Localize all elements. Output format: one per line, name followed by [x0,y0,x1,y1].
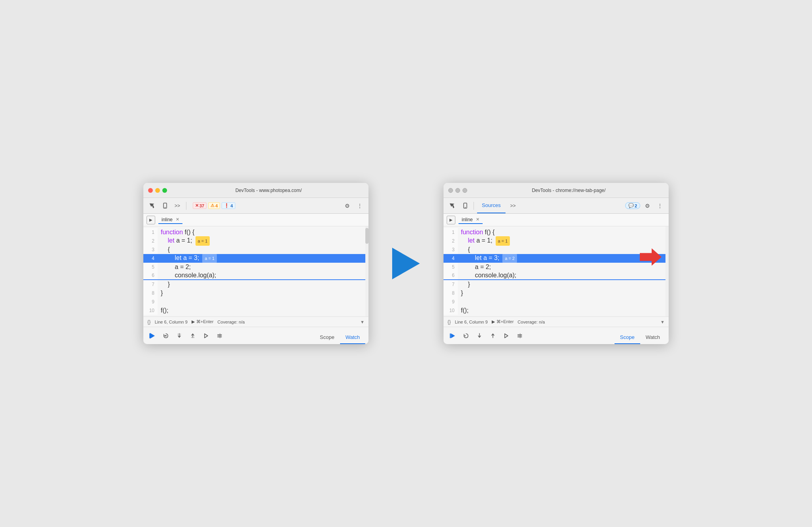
left-debug-bar: Scope Watch [143,327,368,344]
step-into-button[interactable] [173,330,185,342]
right-mobile-icon[interactable] [459,200,470,211]
left-scrollbar[interactable] [365,226,368,316]
resume-button[interactable] [147,330,158,342]
right-code-line-9: 9 [444,297,665,306]
left-line-col: Line 6, Column 9 [155,320,188,324]
transition-arrow [392,248,420,279]
maximize-button[interactable] [162,188,167,193]
toolbar-separator-1 [186,202,186,210]
right-play-pause-button[interactable]: ▶ [447,216,455,224]
right-maximize-button[interactable] [462,188,467,193]
right-inline-tab-close[interactable]: ✕ [476,217,479,222]
left-toolbar-right: ⚙ ⋮ [342,200,365,211]
code-line-9: 9 [143,297,365,306]
mobile-icon[interactable] [159,200,170,211]
svg-point-1 [165,207,165,208]
step-out-button[interactable] [187,330,199,342]
code-line-7: 7 } [143,280,365,289]
right-window-title: DevTools - chrome://new-tab-page/ [474,188,664,193]
right-inline-val-4: a = 2 [502,254,517,263]
left-inline-tab-close[interactable]: ✕ [176,217,179,222]
error-icon: ✕ [195,203,199,208]
inline-val-2: a = 1 [195,236,210,246]
right-inline-tab[interactable]: inline ✕ [459,216,483,224]
svg-marker-19 [451,333,455,338]
right-more-options-icon[interactable]: ⋮ [654,200,665,211]
code-line-2: 2 let a = 1;a = 1 [143,237,365,245]
right-deactivate-button[interactable] [514,330,526,342]
right-inline-tab-label: inline [462,217,473,222]
right-step-out-button[interactable] [487,330,499,342]
right-step-into-button[interactable] [474,330,485,342]
left-status-dropdown[interactable]: ▼ [360,320,365,324]
close-button[interactable] [148,188,153,193]
left-inline-tab[interactable]: inline ✕ [158,216,182,224]
warning-icon: ⚠ [211,203,214,208]
svg-rect-20 [450,333,451,338]
right-toolbar-sep [474,202,474,210]
right-title-bar: DevTools - chrome://new-tab-page/ [444,183,669,198]
right-code-editor[interactable]: 1 function f() { 2 let a = 1;a = 1 3 { 4… [444,226,665,316]
info-badge[interactable]: ❗ 4 [222,202,235,209]
format-icon[interactable]: {} [147,319,151,325]
right-more-tabs[interactable]: >> [507,203,519,209]
right-minimize-button[interactable] [455,188,460,193]
error-badge[interactable]: ✕ 37 [193,202,207,209]
inline-val-4: a = 1 [202,254,217,263]
right-code-line-7: 7 } [444,280,665,289]
right-watch-tab[interactable]: Watch [640,331,665,344]
left-devtools-window: DevTools - www.photopea.com/ >> ✕ 37 ⚠ 4 [143,183,368,344]
right-code-line-6: 6 console.log(a); [444,271,665,280]
right-devtools-toolbar: Sources >> 💬 2 ⚙ ⋮ [444,198,669,214]
left-devtools-toolbar: >> ✕ 37 ⚠ 4 ❗ 4 ⚙ ⋮ [143,198,368,214]
right-file-tab-bar: ▶ inline ✕ [444,214,669,226]
left-watch-tab[interactable]: Watch [340,331,365,344]
right-scrollbar[interactable] [665,226,669,316]
blue-arrow-icon [392,248,420,279]
right-status-bar: {} Line 6, Column 9 ▶ ⌘+Enter Coverage: … [444,316,669,327]
more-tabs-icon[interactable]: >> [172,200,183,211]
left-scope-tab[interactable]: Scope [314,331,340,344]
svg-point-17 [465,207,466,208]
right-traffic-lights [448,188,467,193]
left-run-button[interactable]: ▶ ⌘+Enter [192,319,214,324]
code-line-3: 3 { [143,245,365,254]
left-play-pause-button[interactable]: ▶ [147,216,155,224]
minimize-button[interactable] [155,188,160,193]
right-scope-tab[interactable]: Scope [615,331,640,344]
right-step-over-button[interactable] [460,330,472,342]
right-inspect-icon[interactable] [447,200,458,211]
warning-badge[interactable]: ⚠ 4 [208,202,220,209]
right-sources-tab[interactable]: Sources [477,198,506,213]
left-file-tab-bar: ▶ inline ✕ [143,214,368,226]
code-line-5: 5 a = 2; [143,263,365,271]
more-options-icon[interactable]: ⋮ [354,200,365,211]
right-line-col: Line 6, Column 9 [455,320,488,324]
right-resume-button[interactable] [447,330,459,342]
left-code-editor[interactable]: 1 function f() { 2 let a = 1;a = 1 3 { 4… [143,226,365,316]
info-icon: ❗ [224,203,229,208]
right-format-icon[interactable]: {} [447,319,451,325]
right-status-dropdown[interactable]: ▼ [660,320,665,324]
inspect-icon[interactable] [147,200,158,211]
right-chat-badge[interactable]: 💬 2 [625,202,640,209]
deactivate-button[interactable] [214,330,226,342]
settings-icon[interactable]: ⚙ [342,200,353,211]
step-button[interactable] [200,330,212,342]
right-run-button[interactable]: ▶ ⌘+Enter [492,319,514,324]
step-over-button[interactable] [160,330,172,342]
right-settings-icon[interactable]: ⚙ [642,200,653,211]
right-toolbar-right: 💬 2 ⚙ ⋮ [625,200,665,211]
right-code-line-2: 2 let a = 1;a = 1 [444,237,665,245]
right-inline-val-2: a = 1 [496,236,510,246]
left-coverage: Coverage: n/a [218,320,245,324]
left-editor-wrapper: 1 function f() { 2 let a = 1;a = 1 3 { 4… [143,226,368,316]
svg-marker-2 [151,333,155,338]
code-line-6: 6 console.log(a); [143,271,365,280]
left-traffic-lights [148,188,167,193]
right-devtools-window: DevTools - chrome://new-tab-page/ Source… [444,183,669,344]
right-debug-bar: Scope Watch [444,327,669,344]
right-step-button[interactable] [500,330,512,342]
right-debug-tabs: Scope Watch [615,327,665,344]
right-close-button[interactable] [448,188,453,193]
